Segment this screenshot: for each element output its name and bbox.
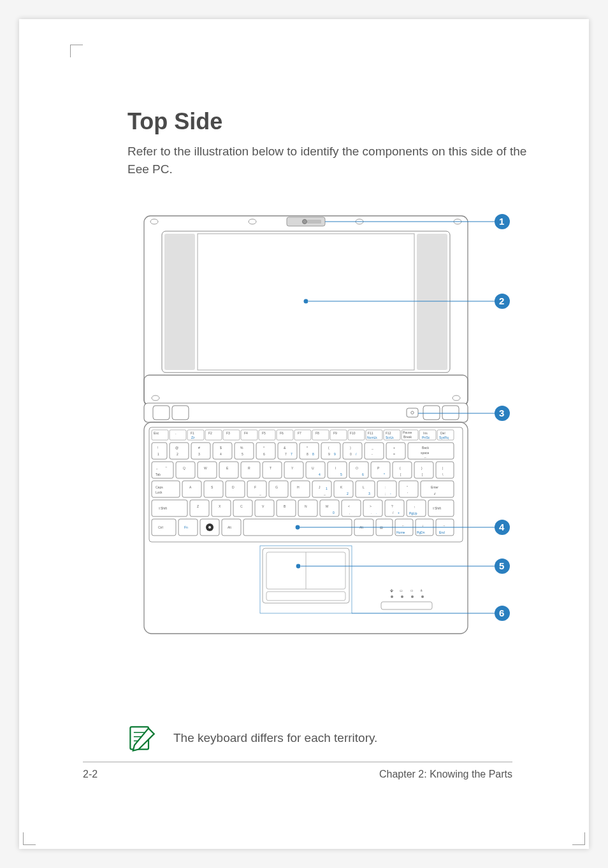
- svg-text:Zz: Zz: [191, 436, 195, 439]
- svg-text:4: 4: [319, 473, 321, 476]
- svg-rect-207: [277, 500, 296, 516]
- svg-rect-53: [259, 430, 275, 440]
- footer-page-number: 2-2: [83, 769, 98, 780]
- svg-rect-120: [408, 443, 454, 459]
- svg-rect-18: [172, 406, 189, 420]
- svg-text:SysRq: SysRq: [439, 436, 449, 439]
- svg-text:8: 8: [312, 452, 314, 456]
- svg-rect-166: [204, 481, 223, 497]
- svg-text:PrtSc: PrtSc: [422, 436, 430, 439]
- svg-text:7: 7: [285, 452, 287, 456]
- svg-text:%: %: [240, 446, 243, 450]
- svg-rect-16: [144, 403, 468, 422]
- svg-text:;: ;: [385, 492, 386, 495]
- svg-rect-143: [328, 462, 347, 478]
- device-diagram: ⏻ ▭ ⛀ ⋔ Esc ` F1Zz F2: [127, 208, 535, 679]
- svg-rect-1: [144, 375, 468, 406]
- svg-text:⇧Shift: ⇧Shift: [432, 506, 442, 510]
- svg-text:↑: ↑: [414, 505, 416, 509]
- svg-text:W: W: [204, 466, 207, 470]
- content-area: Top Side Refer to the illustration below…: [127, 108, 535, 752]
- svg-text:Lock: Lock: [156, 490, 163, 494]
- callout-4: 4: [499, 522, 505, 532]
- svg-point-29: [296, 564, 301, 569]
- svg-rect-5: [307, 220, 321, 224]
- svg-rect-95: [256, 443, 275, 459]
- svg-point-31: [391, 595, 393, 598]
- svg-point-7: [249, 219, 256, 224]
- svg-rect-17: [153, 406, 170, 420]
- svg-rect-86: [191, 443, 210, 459]
- svg-rect-51: [241, 430, 257, 440]
- svg-text:F4: F4: [244, 431, 248, 435]
- svg-text:⏻: ⏻: [390, 588, 393, 592]
- svg-text:⇧Shift: ⇧Shift: [158, 506, 168, 510]
- svg-text:Del: Del: [440, 431, 445, 435]
- svg-text:F8: F8: [315, 431, 319, 435]
- svg-text:C: C: [240, 504, 243, 508]
- svg-text:': ': [407, 492, 408, 495]
- svg-rect-209: [298, 500, 317, 516]
- svg-text:Pause: Pause: [403, 430, 412, 434]
- svg-rect-146: [349, 462, 368, 478]
- svg-rect-230: [152, 519, 176, 536]
- callout-3: 3: [499, 408, 504, 418]
- svg-rect-102: [300, 443, 319, 459]
- svg-text:←: ←: [156, 467, 159, 471]
- svg-text:5: 5: [242, 452, 243, 456]
- svg-rect-168: [226, 481, 245, 497]
- svg-text:End: End: [439, 530, 445, 534]
- notepad-pencil-icon: [127, 724, 156, 752]
- svg-rect-164: [182, 481, 201, 497]
- svg-point-11: [452, 395, 460, 401]
- svg-text:⋔: ⋔: [420, 588, 423, 592]
- svg-text:|: |: [442, 466, 443, 470]
- svg-rect-98: [278, 443, 297, 459]
- svg-text:Fn: Fn: [184, 525, 188, 529]
- svg-rect-128: [176, 462, 195, 478]
- svg-rect-217: [363, 500, 382, 516]
- device-svg: ⏻ ▭ ⛀ ⋔ Esc ` F1Zz F2: [127, 208, 535, 679]
- svg-text:6: 6: [263, 452, 265, 456]
- svg-text:*: *: [307, 446, 308, 450]
- svg-point-15: [304, 299, 308, 304]
- svg-rect-83: [170, 443, 189, 459]
- svg-text:,: ,: [349, 511, 350, 515]
- svg-rect-130: [198, 462, 217, 478]
- svg-text:": ": [407, 485, 408, 489]
- svg-rect-194: [421, 481, 454, 497]
- svg-text:Ins: Ins: [423, 431, 428, 435]
- svg-text:NumLk: NumLk: [367, 436, 377, 439]
- svg-rect-80: [152, 443, 167, 459]
- svg-point-33: [411, 595, 414, 598]
- svg-rect-19: [423, 406, 440, 420]
- svg-text:Alt: Alt: [228, 525, 231, 529]
- svg-point-4: [303, 220, 307, 224]
- svg-text:Z: Z: [197, 504, 199, 508]
- svg-text:9: 9: [328, 452, 330, 456]
- callout-5: 5: [499, 560, 504, 571]
- svg-rect-134: [241, 462, 260, 478]
- svg-point-10: [152, 395, 159, 401]
- svg-rect-114: [365, 443, 384, 459]
- svg-text:<: <: [348, 504, 350, 508]
- callout-6: 6: [499, 608, 504, 618]
- svg-rect-132: [219, 462, 238, 478]
- svg-text:1: 1: [326, 487, 328, 490]
- svg-rect-136: [263, 462, 282, 478]
- svg-rect-221: [385, 500, 404, 516]
- svg-rect-92: [235, 443, 254, 459]
- svg-point-6: [150, 219, 158, 224]
- svg-text:.: .: [376, 511, 377, 515]
- svg-text:←: ←: [424, 455, 427, 459]
- svg-point-32: [401, 595, 403, 598]
- callout-2: 2: [499, 295, 504, 306]
- svg-text:7: 7: [291, 452, 293, 456]
- svg-text:$: $: [220, 446, 222, 450]
- svg-text::: :: [385, 485, 386, 489]
- svg-text:0: 0: [333, 511, 335, 515]
- svg-text:Q: Q: [183, 466, 185, 470]
- svg-text:F11: F11: [368, 431, 373, 435]
- svg-text:N: N: [305, 504, 307, 508]
- svg-rect-20: [442, 406, 459, 420]
